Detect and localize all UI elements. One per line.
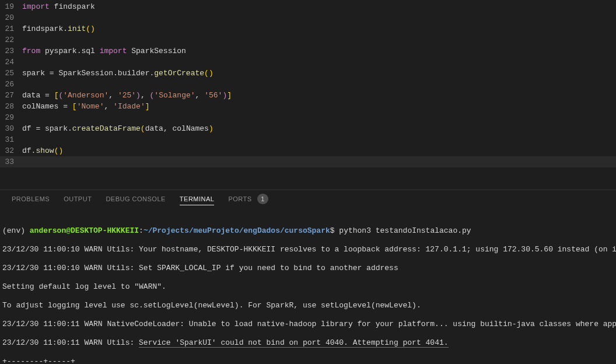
line-content: colNames = ['Nome', 'Idade'] [22,101,150,112]
line-content: import findspark [22,1,95,12]
line-content: from pyspark.sql import SparkSession [22,46,186,57]
terminal-output-line: 23/12/30 11:00:10 WARN Utils: Your hostn… [2,245,614,254]
line-number: 29 [0,112,22,123]
code-line[interactable]: 24 [0,57,616,68]
line-number: 19 [0,1,22,12]
terminal-table-line: +--------+-----+ [2,357,614,364]
editor-area[interactable]: 19 import findspark 20 21 findspark.init… [0,0,616,172]
terminal-output-line: To adjust logging level use sc.setLogLev… [2,301,614,310]
line-number: 32 [0,145,22,156]
code-line[interactable]: 23 from pyspark.sql import SparkSession [0,46,616,57]
term-path: ~/Projects/meuProjeto/engDados/cursoSpar… [144,226,330,235]
line-number: 27 [0,90,22,101]
tab-ports-label: PORTS [228,195,251,202]
code-line[interactable]: 27 data = [('Anderson', '25'), ('Solange… [0,90,616,101]
line-number: 30 [0,123,22,134]
code-line[interactable]: 28 colNames = ['Nome', 'Idade'] [0,101,616,112]
tab-debug-console[interactable]: DEBUG CONSOLE [106,195,165,205]
line-number: 20 [0,12,22,23]
line-content: df.show() [22,145,63,156]
terminal-prompt-line: (env) anderson@DESKTOP-HKKKEII:~/Project… [2,226,614,236]
line-number: 22 [0,34,22,46]
line-content: findspark.init() [22,23,95,34]
terminal-output-line: Setting default log level to "WARN". [2,282,614,292]
code-line[interactable]: 25 spark = SparkSession.builder.getOrCre… [0,68,616,79]
terminal-output-line: 23/12/30 11:00:11 WARN Utils: Service 'S… [2,338,614,348]
line-content: spark = SparkSession.builder.getOrCreate… [22,68,214,79]
tab-terminal[interactable]: TERMINAL [180,195,215,205]
tab-problems[interactable]: PROBLEMS [12,195,50,205]
terminal-area[interactable]: (env) anderson@DESKTOP-HKKKEII:~/Project… [0,210,616,364]
line-number: 33 [0,156,22,167]
line-number: 21 [0,23,22,34]
term-at: @ [66,226,71,235]
code-line[interactable]: 30 df = spark.createDataFrame(data, colN… [0,123,616,134]
terminal-highlighted: Service 'SparkUI' could not bind on port… [139,338,449,348]
term-colon: : [139,226,144,235]
line-number: 24 [0,57,22,68]
line-number: 31 [0,134,22,145]
term-user: anderson [30,226,66,235]
line-number: 26 [0,79,22,90]
code-line[interactable]: 32 df.show() [0,145,616,156]
code-line[interactable]: 29 [0,112,616,123]
tab-ports[interactable]: PORTS 1 [228,194,268,206]
code-line[interactable]: 31 [0,134,616,145]
ports-badge: 1 [257,194,268,204]
panel-tabs: PROBLEMS OUTPUT DEBUG CONSOLE TERMINAL P… [0,190,616,210]
code-line[interactable]: 19 import findspark [0,1,616,12]
line-content: df = spark.createDataFrame(data, colName… [22,123,214,134]
tab-output[interactable]: OUTPUT [64,195,92,205]
code-line-current[interactable]: 33 [0,156,616,167]
code-line[interactable]: 20 [0,12,616,23]
code-line[interactable]: 21 findspark.init() [0,23,616,34]
line-number: 23 [0,46,22,57]
code-line[interactable]: 22 [0,34,616,46]
line-number: 28 [0,101,22,112]
term-host: DESKTOP-HKKKEII [71,226,139,235]
line-number: 25 [0,68,22,79]
term-env: (env) [2,226,30,235]
code-line[interactable]: 26 [0,79,616,90]
terminal-output-line: 23/12/30 11:00:10 WARN Utils: Set SPARK_… [2,264,614,273]
term-command: python3 testandoInstalacao.py [339,226,471,235]
line-content: data = [('Anderson', '25'), ('Solange', … [22,90,232,101]
terminal-output-line: 23/12/30 11:00:11 WARN NativeCodeLoader:… [2,320,614,329]
term-dollar: $ [330,226,340,235]
